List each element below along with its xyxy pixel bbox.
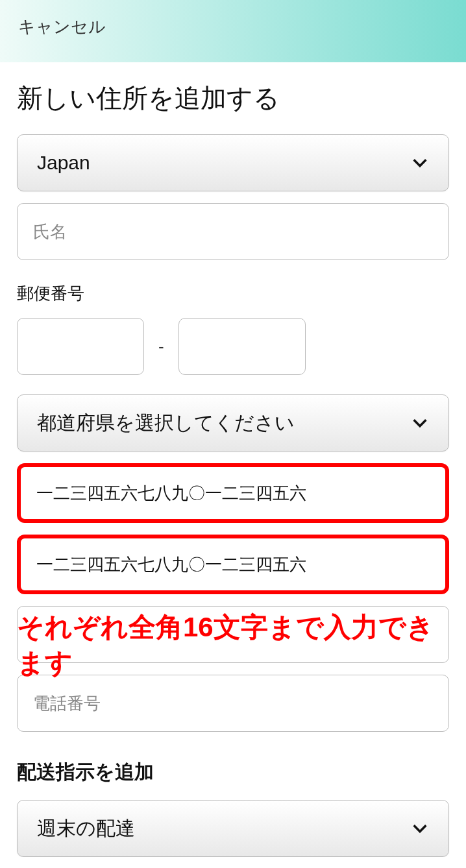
chevron-down-icon — [411, 154, 429, 172]
delivery-instructions-title: 配送指示を追加 — [17, 759, 449, 786]
postal-code-input-2[interactable] — [178, 318, 306, 375]
postal-dash: - — [158, 337, 164, 357]
prefecture-placeholder: 都道府県を選択してください — [37, 410, 295, 437]
chevron-down-icon — [411, 819, 429, 838]
cancel-button[interactable]: キャンセル — [18, 16, 106, 38]
page-title: 新しい住所を追加する — [17, 80, 449, 116]
content-area: 新しい住所を追加する Japan 氏名 郵便番号 - 都道府県を選択してください… — [0, 62, 466, 857]
annotation-overlay-text: それぞれ全角16文字まで入力できます — [17, 610, 449, 681]
postal-code-label: 郵便番号 — [17, 282, 449, 305]
top-bar: キャンセル — [0, 0, 466, 62]
weekend-delivery-dropdown[interactable]: 週末の配達 — [17, 800, 449, 857]
address-line-2-input[interactable]: 一二三四五六七八九〇一二三四五六 — [17, 535, 449, 594]
country-selected-value: Japan — [37, 152, 90, 174]
postal-code-row: - — [17, 318, 449, 375]
postal-code-input-1[interactable] — [17, 318, 144, 375]
chevron-down-icon — [411, 414, 429, 432]
country-dropdown[interactable]: Japan — [17, 134, 449, 191]
weekend-delivery-label: 週末の配達 — [37, 815, 135, 842]
prefecture-dropdown[interactable]: 都道府県を選択してください — [17, 394, 449, 452]
address-line-1-input[interactable]: 一二三四五六七八九〇一二三四五六 — [17, 463, 449, 523]
phone-input[interactable]: 電話番号 — [17, 675, 449, 732]
name-input[interactable]: 氏名 — [17, 203, 449, 260]
